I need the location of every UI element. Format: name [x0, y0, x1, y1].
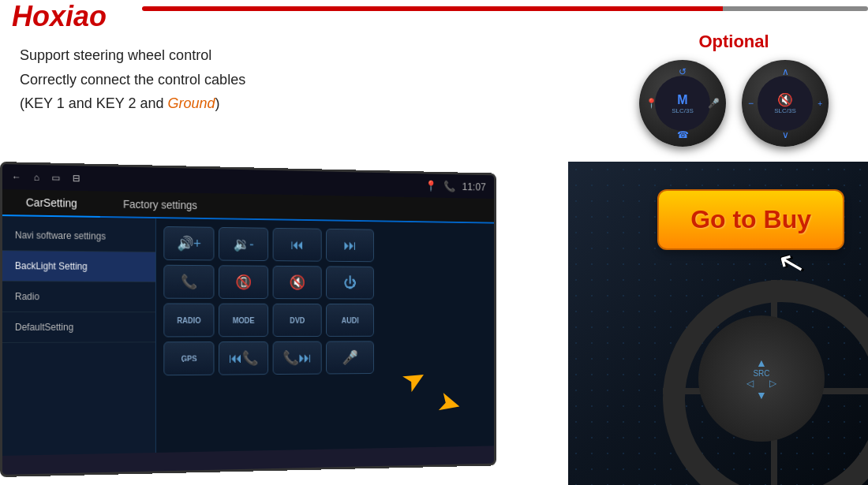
ctrl1-arrow-right: 🎤 — [708, 98, 720, 109]
btn-next-track[interactable]: ⏭ — [326, 229, 374, 262]
btn-dvd[interactable]: DVD — [273, 304, 322, 337]
location-icon: 📍 — [425, 180, 436, 192]
btn-radio[interactable]: RADIO — [163, 304, 214, 338]
desc-line3-post: ) — [215, 95, 220, 111]
optional-section: Optional ↺ 📍 🎤 ☎ M SLC/3S ∧ ∨ − + — [615, 32, 852, 147]
grid-row-3: RADIO MODE DVD AUDI — [163, 304, 487, 338]
desc-ground: Ground — [167, 95, 215, 111]
description-text: Support steering wheel control Correctly… — [20, 43, 245, 116]
go-to-buy-section: Go to Buy — [657, 189, 844, 250]
tab-factory[interactable]: Factory settings — [100, 191, 219, 218]
btn-vol-up[interactable]: 🔊+ — [163, 226, 214, 261]
nav-icons: ← ⌂ ▭ ⊟ — [12, 171, 80, 184]
controller-1: ↺ 📍 🎤 ☎ M SLC/3S — [639, 60, 726, 147]
btn-mode[interactable]: MODE — [219, 304, 268, 338]
status-icons: 📍 📞 11:07 — [425, 180, 485, 193]
optional-label: Optional — [615, 32, 852, 52]
btn-prev2[interactable]: ⏮📞 — [219, 341, 268, 375]
btn-call[interactable]: 📞 — [163, 265, 214, 299]
screen-display: ← ⌂ ▭ ⊟ 📍 📞 11:07 CarSetting Factory set… — [0, 162, 496, 477]
btn-prev-track[interactable]: ⏮ — [273, 228, 322, 262]
btn-audi[interactable]: AUDI — [326, 304, 374, 337]
window-icon[interactable]: ▭ — [52, 172, 61, 183]
nav-default[interactable]: DefaultSetting — [2, 312, 155, 343]
btn-gps[interactable]: GPS — [163, 341, 214, 375]
ctrl1-arrows: ↺ 📍 🎤 ☎ — [639, 60, 726, 147]
settings-content: Navi software settings BackLight Setting… — [2, 216, 494, 456]
ctrl2-arrows: ∧ ∨ − + — [742, 60, 829, 147]
steering-hub: ▲ SRC ◁▷ ▼ — [698, 315, 825, 442]
top-bar — [142, 6, 868, 11]
desc-line2: Correctly connect the control cables — [20, 68, 245, 92]
settings-nav: Navi software settings BackLight Setting… — [2, 216, 156, 456]
ctrl2-arrow-minus: − — [748, 98, 754, 109]
ctrl1-arrow-bottom: ☎ — [677, 129, 689, 140]
phone-icon: 📞 — [443, 180, 455, 192]
go-to-buy-button[interactable]: Go to Buy — [657, 189, 844, 250]
desc-line1: Support steering wheel control — [20, 43, 245, 68]
brand-logo: Hoxiao — [12, 0, 107, 33]
ctrl1-arrow-top: ↺ — [679, 66, 687, 77]
desc-line3-pre: (KEY 1 and KEY 2 and — [20, 95, 167, 111]
grid-row-2: 📞 📵 🔇 ⏻ — [163, 265, 487, 300]
ctrl2-arrow-plus: + — [817, 99, 822, 108]
car-screen: ← ⌂ ▭ ⊟ 📍 📞 11:07 CarSetting Factory set… — [0, 162, 568, 485]
btn-vol-down[interactable]: 🔉- — [219, 227, 268, 261]
ctrl2-arrow-up: ∧ — [782, 66, 789, 77]
menu-icon[interactable]: ⊟ — [73, 173, 80, 184]
back-icon[interactable]: ← — [12, 171, 21, 182]
desc-line3: (KEY 1 and KEY 2 and Ground) — [20, 91, 245, 116]
nav-radio[interactable]: Radio — [2, 282, 155, 312]
btn-end-call[interactable]: 📵 — [219, 265, 268, 299]
home-icon[interactable]: ⌂ — [34, 172, 39, 183]
ctrl1-arrow-left: 📍 — [645, 98, 657, 109]
tab-carsetting[interactable]: CarSetting — [2, 189, 100, 218]
btn-mic[interactable]: 🎤 — [326, 341, 374, 374]
btn-mute[interactable]: 🔇 — [273, 266, 322, 299]
controller-2: ∧ ∨ − + 🔇 SLC/3S — [742, 60, 829, 147]
btn-next2[interactable]: 📞⏭ — [273, 341, 322, 375]
grid-row-1: 🔊+ 🔉- ⏮ ⏭ — [163, 226, 487, 263]
nav-backlight[interactable]: BackLight Setting — [2, 251, 155, 282]
ctrl2-arrow-down: ∨ — [782, 129, 789, 140]
grid-row-4: GPS ⏮📞 📞⏭ 🎤 — [163, 341, 487, 375]
btn-power[interactable]: ⏻ — [326, 266, 374, 299]
controller-pair: ↺ 📍 🎤 ☎ M SLC/3S ∧ ∨ − + 🔇 SLC/3S — [615, 60, 852, 147]
nav-navi[interactable]: Navi software settings — [2, 220, 155, 252]
clock: 11:07 — [462, 181, 486, 193]
